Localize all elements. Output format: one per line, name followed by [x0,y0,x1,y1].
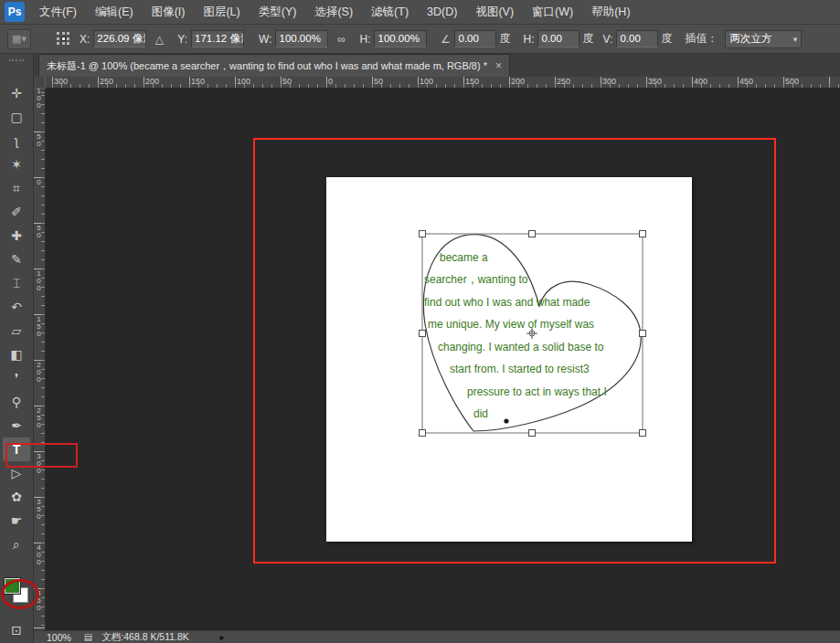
custom-shape-tool-icon: ✿ [11,490,22,503]
y-input[interactable]: 171.12 像素 [191,30,244,47]
reference-point-locator-icon[interactable] [57,32,70,46]
menu-item-视图(V)[interactable]: 视图(V) [466,0,523,24]
menu-item-窗口(W)[interactable]: 窗口(W) [523,0,582,24]
height-input[interactable]: 100.00% [374,30,427,47]
h-ruler-label: 0 [328,77,333,86]
blur-tool-icon: ❜ [15,372,19,385]
brush-tool[interactable]: ✎ [3,248,30,271]
heart-text-line: searcher，wanting to [424,273,527,286]
tool-preset-picker[interactable]: ▦▾ [7,29,31,49]
color-swatches [3,578,30,606]
v-ruler-label: 200 [36,362,42,384]
horizontal-ruler[interactable]: 3002502001501005005010015020025030035040… [46,77,840,89]
relative-position-toggle[interactable]: △ [150,30,168,48]
v-ruler-label: 100 [36,89,42,110]
eraser-tool[interactable]: ▱ [3,319,30,343]
menu-item-滤镜(T)[interactable]: 滤镜(T) [362,0,418,24]
document-tab[interactable]: 未标题-1 @ 100% (became a searcher，wanting … [38,54,510,77]
close-icon[interactable]: × [495,59,502,72]
v-ruler-label: 0 [36,179,42,186]
v-ruler-label: 100 [36,270,42,292]
gradient-tool[interactable]: ◧ [3,343,30,366]
heart-text-line: changing. I wanted a solid base to [438,341,603,353]
path-selection-tool-icon: ▷ [12,467,22,480]
menu-item-类型(Y)[interactable]: 类型(Y) [250,0,306,24]
h-ruler-label: 500 [785,77,799,86]
tool-palette: ✛▢ʅ✶⌗✐✚✎⌶↶▱◧❜⚲✒T▷✿☛⌕ ⊡ [0,54,34,643]
clone-stamp-tool-icon: ⌶ [13,277,20,290]
width-input[interactable]: 100.00% [275,30,328,47]
y-label: Y: [177,33,187,46]
quick-selection-tool[interactable]: ✶ [3,153,30,176]
h-ruler-label: 100 [420,77,433,86]
lasso-tool[interactable]: ʅ [3,129,30,153]
h-ruler-label: 200 [145,77,159,86]
hand-tool[interactable]: ☛ [3,509,30,532]
v-ruler-label: 450 [36,590,42,612]
interpolation-label: 插值： [685,31,718,47]
pen-tool[interactable]: ✒ [3,414,30,437]
quick-selection-tool-icon: ✶ [11,158,22,171]
eyedropper-tool-icon: ✐ [11,206,22,218]
link-dimensions-icon[interactable]: ∞ [332,30,350,48]
dodge-tool[interactable]: ⚲ [3,390,30,414]
custom-shape-tool[interactable]: ✿ [3,485,30,509]
degree-label: 度 [661,31,672,47]
h-ruler-label: 350 [648,77,662,86]
blur-tool[interactable]: ❜ [3,366,30,390]
vskew-input[interactable]: 0.00 [616,30,658,47]
gradient-tool-icon: ◧ [10,348,22,361]
hskew-input[interactable]: 0.00 [537,30,579,47]
menu-item-3D(D)[interactable]: 3D(D) [418,0,466,24]
status-flyout-arrow-icon[interactable]: ► [218,633,227,642]
menu-item-选择(S)[interactable]: 选择(S) [305,0,362,24]
quick-mask-button[interactable]: ⊡ [3,618,30,642]
zoom-tool[interactable]: ⌕ [3,532,30,556]
type-tool[interactable]: T [3,437,30,461]
x-input[interactable]: 226.09 像素 [93,30,146,47]
canvas-area[interactable]: became a searcher，wanting to find out wh… [46,89,840,630]
eyedropper-tool[interactable]: ✐ [3,200,30,224]
hskew-label: H: [523,33,534,46]
menu-item-文件(F)[interactable]: 文件(F) [30,0,86,24]
rectangular-marquee-tool-icon: ▢ [10,111,22,123]
document-tab-bar: 未标题-1 @ 100% (became a searcher，wanting … [34,54,840,77]
document-profile-icon: ▤ [84,632,92,642]
zoom-tool-icon: ⌕ [13,538,20,551]
menu-item-图像(I)[interactable]: 图像(I) [143,0,195,24]
history-brush-tool[interactable]: ↶ [3,295,30,319]
transform-options-bar: ▦▾ X: 226.09 像素 △ Y: 171.12 像素 W: 100.00… [0,25,840,54]
menu-item-帮助(H)[interactable]: 帮助(H) [582,0,639,24]
rotate-input[interactable]: 0.00 [454,30,496,47]
zoom-level-field[interactable]: 100% [47,632,71,643]
crop-tool[interactable]: ⌗ [3,176,30,200]
toolbar-grip[interactable] [9,59,24,62]
vertical-ruler[interactable]: 10050050100150200250300350400450 [34,89,46,630]
rectangular-marquee-tool[interactable]: ▢ [3,105,30,129]
h-ruler-label: 100 [237,77,250,86]
h-ruler-label: 250 [557,77,570,86]
h-ruler-label: 300 [602,77,616,86]
menu-item-编辑(E)[interactable]: 编辑(E) [86,0,143,24]
h-ruler-label: 50 [282,77,292,86]
interpolation-dropdown[interactable]: 两次立方 ▾ [725,30,802,48]
chevron-down-icon: ▾ [793,35,798,44]
foreground-color-swatch[interactable] [5,578,20,594]
clone-stamp-tool[interactable]: ⌶ [3,271,30,295]
lasso-tool-icon: ʅ [15,134,17,147]
h-ruler-label: 150 [191,77,205,86]
h-ruler-label: 400 [694,77,707,86]
move-tool[interactable]: ✛ [3,81,30,105]
spot-healing-brush-tool[interactable]: ✚ [3,224,30,248]
photoshop-logo: Ps [5,2,25,22]
menu-item-图层(L)[interactable]: 图层(L) [194,0,249,24]
menu-bar: Ps 文件(F)编辑(E)图像(I)图层(L)类型(Y)选择(S)滤镜(T)3D… [0,0,840,25]
path-selection-tool[interactable]: ▷ [3,461,30,485]
ruler-corner[interactable] [34,77,46,89]
vskew-label: V: [602,33,612,46]
dodge-tool-icon: ⚲ [12,395,21,408]
type-tool-icon: T [13,443,21,456]
v-ruler-label: 150 [36,316,42,338]
h-ruler-label: 200 [511,77,525,86]
spot-healing-brush-tool-icon: ✚ [11,229,22,242]
